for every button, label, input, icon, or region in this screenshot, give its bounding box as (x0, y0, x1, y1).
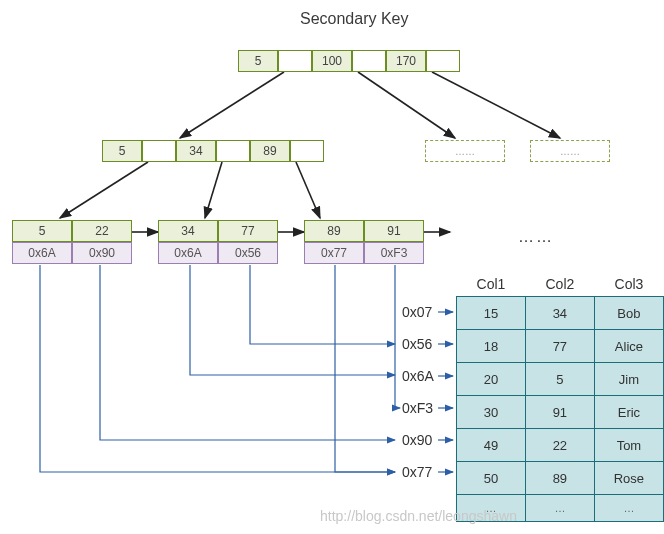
table-row: 1877Alice (457, 330, 664, 363)
col-header: Col3 (594, 272, 663, 297)
addr-label: 0x77 (402, 464, 432, 480)
leaf-key: 34 (158, 220, 218, 242)
col-header: Col1 (457, 272, 526, 297)
btree-leaf: 34 77 0x6A 0x56 (158, 220, 278, 264)
root-gap (278, 50, 312, 72)
leaf-ptr: 0x90 (72, 242, 132, 264)
svg-line-0 (180, 72, 284, 138)
leaf-key: 5 (12, 220, 72, 242)
internal-gap (290, 140, 324, 162)
root-key: 170 (386, 50, 426, 72)
root-gap (426, 50, 460, 72)
svg-line-4 (205, 162, 222, 218)
data-table: Col1 Col2 Col3 1534Bob 1877Alice 205Jim … (456, 272, 664, 522)
btree-ghost: …… (425, 140, 505, 162)
internal-key: 5 (102, 140, 142, 162)
addr-label: 0xF3 (402, 400, 433, 416)
leaf-key: 89 (304, 220, 364, 242)
leaf-ptr: 0x56 (218, 242, 278, 264)
table-row: 3091Eric (457, 396, 664, 429)
diagram-title: Secondary Key (300, 10, 409, 28)
addr-label: 0x90 (402, 432, 432, 448)
leaf-ptr: 0x6A (12, 242, 72, 264)
internal-key: 34 (176, 140, 216, 162)
watermark: http://blog.csdn.net/leongshawn (320, 508, 517, 524)
leaf-key: 77 (218, 220, 278, 242)
root-gap (352, 50, 386, 72)
leaf-ptr: 0x6A (158, 242, 218, 264)
leaf-ptr: 0xF3 (364, 242, 424, 264)
table-row: 205Jim (457, 363, 664, 396)
addr-label: 0x56 (402, 336, 432, 352)
leaf-ptr: 0x77 (304, 242, 364, 264)
table-row: 5089Rose (457, 462, 664, 495)
btree-leaf: 5 22 0x6A 0x90 (12, 220, 132, 264)
root-key: 5 (238, 50, 278, 72)
root-key: 100 (312, 50, 352, 72)
addr-label: 0x07 (402, 304, 432, 320)
svg-line-3 (60, 162, 148, 218)
table-row: 1534Bob (457, 297, 664, 330)
svg-line-1 (358, 72, 455, 138)
btree-leaf: 89 91 0x77 0xF3 (304, 220, 424, 264)
addr-label: 0x6A (402, 368, 434, 384)
leaf-key: 91 (364, 220, 424, 242)
ellipsis: …… (518, 228, 554, 246)
table-header-row: Col1 Col2 Col3 (457, 272, 664, 297)
btree-root: 5 100 170 (238, 50, 460, 72)
internal-gap (142, 140, 176, 162)
ghost-node: …… (425, 140, 505, 162)
svg-line-2 (432, 72, 560, 138)
internal-key: 89 (250, 140, 290, 162)
svg-line-5 (296, 162, 320, 218)
table-row: 4922Tom (457, 429, 664, 462)
leaf-key: 22 (72, 220, 132, 242)
col-header: Col2 (525, 272, 594, 297)
btree-internal: 5 34 89 (102, 140, 324, 162)
btree-ghost: …… (530, 140, 610, 162)
internal-gap (216, 140, 250, 162)
ghost-node: …… (530, 140, 610, 162)
